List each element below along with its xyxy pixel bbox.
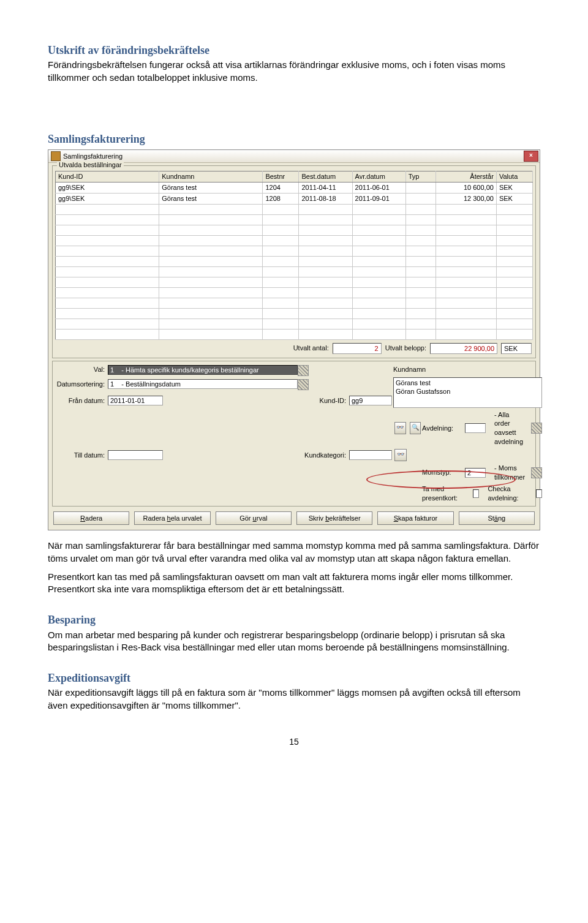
kundkat-label: Kundkategori: xyxy=(299,451,348,460)
para-1: Förändringsbekräftelsen fungerar också a… xyxy=(48,59,540,84)
gor-urval-button[interactable]: Gör urval xyxy=(216,511,292,525)
binoculars-icon[interactable]: 👓 xyxy=(394,422,406,434)
heading-besparing: Besparing xyxy=(48,612,540,627)
radera-hela-button[interactable]: Radera hela urvalet xyxy=(134,511,210,525)
avd-text: - Alla order oavsett avdelning xyxy=(489,410,525,446)
presentkort-checkbox[interactable] xyxy=(473,489,480,498)
checka-avd-checkbox[interactable] xyxy=(536,489,543,498)
table-row[interactable]: gg9\SEK Görans test 1204 2011-04-11 2011… xyxy=(56,182,533,193)
momstyp-row: Momstyp: - Moms tillkommer xyxy=(422,464,542,482)
moms-input[interactable] xyxy=(465,468,486,478)
para-3: Presentkort kan tas med på samlingsfaktu… xyxy=(48,571,540,596)
radera-button[interactable]: Radera xyxy=(53,511,129,525)
fran-label: Från datum: xyxy=(56,396,107,405)
utvalt-antal-label: Utvalt antal: xyxy=(293,344,329,353)
sort-label: Datumsortering: xyxy=(56,380,107,389)
window-title: Samlingsfakturering xyxy=(63,152,524,161)
fran-datum-input[interactable] xyxy=(108,396,163,405)
lookup-icon[interactable] xyxy=(298,379,309,390)
utvalt-antal-value xyxy=(333,343,382,354)
page-number: 15 xyxy=(48,736,540,748)
kundid-input[interactable] xyxy=(349,396,392,405)
para-4: Om man arbetar med besparing på kunder o… xyxy=(48,629,540,654)
button-row: Radera Radera hela urvalet Gör urval Skr… xyxy=(48,509,540,530)
till-label: Till datum: xyxy=(56,451,107,460)
window-samlingsfakturering: Samlingsfakturering × Utvalda beställnin… xyxy=(48,149,540,530)
para-2: När man samlingsfakturerar får bara best… xyxy=(48,540,540,565)
kundid-label: Kund-ID: xyxy=(299,396,348,405)
heading-utskrift: Utskrift av förändringsbekräftelse xyxy=(48,43,540,58)
kundkat-input[interactable] xyxy=(349,450,392,460)
table-row-empty xyxy=(56,246,533,256)
kundnamn-label: Kundnamn xyxy=(393,365,542,374)
sort-input[interactable] xyxy=(108,379,298,389)
spacer xyxy=(48,90,540,115)
heading-samlingsfakturering: Samlingsfakturering xyxy=(48,132,540,146)
stang-button[interactable]: Stäng xyxy=(459,511,535,525)
lookup-icon[interactable] xyxy=(531,423,542,434)
magnifier-icon[interactable]: 🔍 xyxy=(410,422,421,434)
app-icon xyxy=(51,151,61,161)
avd-label: Avdelning: xyxy=(422,424,461,433)
group-utvalda: Utvalda beställningar Kund-ID Kundnamn B… xyxy=(52,165,536,358)
close-icon[interactable]: × xyxy=(524,151,538,162)
table-row-empty xyxy=(56,277,533,287)
till-datum-input[interactable] xyxy=(108,450,163,460)
table-row-empty xyxy=(56,318,533,329)
col-bestnr[interactable]: Bestnr xyxy=(263,171,299,183)
col-valuta[interactable]: Valuta xyxy=(496,171,532,183)
col-avrdatum[interactable]: Avr.datum xyxy=(352,171,405,183)
filters-panel: Val: Kundnamn Datumsortering: Görans tes… xyxy=(52,361,536,507)
table-row-empty xyxy=(56,266,533,277)
kundnamn-box: Görans test Göran Gustafsson xyxy=(393,377,542,408)
totals-row: Utvalt antal: Utvalt belopp: xyxy=(53,340,535,358)
table-row[interactable]: gg9\SEK Görans test 1208 2011-08-18 2011… xyxy=(56,193,533,204)
utvalt-belopp-value xyxy=(430,343,497,354)
val-label: Val: xyxy=(56,365,107,374)
avd-input[interactable] xyxy=(465,423,486,433)
val-select[interactable] xyxy=(108,365,298,375)
para-5: När expeditionsavgift läggs till på en f… xyxy=(48,687,540,712)
group-legend: Utvalda beställningar xyxy=(57,161,124,168)
skapa-button[interactable]: Skapa fakturor xyxy=(377,511,453,525)
utvalt-belopp-currency xyxy=(501,343,532,354)
heading-expeditionsavgift: Expeditionsavgift xyxy=(48,671,540,685)
kundnamn-line1: Görans test xyxy=(396,379,540,388)
table-row-empty xyxy=(56,287,533,298)
col-kundnamn[interactable]: Kundnamn xyxy=(159,171,263,183)
binoculars-icon[interactable]: 👓 xyxy=(394,449,407,461)
kundnamn-line2: Göran Gustafsson xyxy=(396,387,540,396)
table-row-empty xyxy=(56,298,533,308)
table-row-empty xyxy=(56,256,533,266)
avdelning-row: Avdelning: - Alla order oavsett avdelnin… xyxy=(422,410,542,446)
skriv-button[interactable]: Skriv bekräftelser xyxy=(296,511,372,525)
table-header-row: Kund-ID Kundnamn Bestnr Best.datum Avr.d… xyxy=(56,171,533,183)
lookup-icon[interactable] xyxy=(531,467,542,478)
col-aterstar[interactable]: Återstår xyxy=(435,171,496,183)
moms-text: - Moms tillkommer xyxy=(489,464,525,482)
orders-table[interactable]: Kund-ID Kundnamn Bestnr Best.datum Avr.d… xyxy=(55,171,533,340)
col-bestdatum[interactable]: Best.datum xyxy=(299,171,352,183)
moms-label: Momstyp: xyxy=(422,468,461,477)
col-kundid[interactable]: Kund-ID xyxy=(56,171,159,183)
table-row-empty xyxy=(56,204,533,214)
table-row-empty xyxy=(56,308,533,318)
checka-label: Checka avdelning: xyxy=(488,484,527,503)
presentkort-label: Ta med presentkort: xyxy=(422,484,464,503)
utvalt-belopp-label: Utvalt belopp: xyxy=(385,344,426,353)
table-row-empty xyxy=(56,235,533,246)
table-row-empty xyxy=(56,214,533,225)
lookup-icon[interactable] xyxy=(298,365,309,376)
table-row-empty xyxy=(56,329,533,339)
col-typ[interactable]: Typ xyxy=(405,171,435,183)
table-row-empty xyxy=(56,225,533,235)
